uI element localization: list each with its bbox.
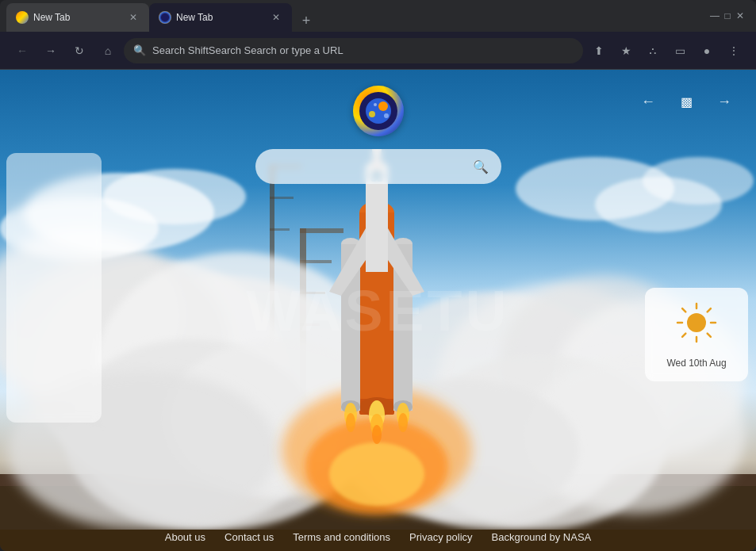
weather-date: Wed 10th Aug — [666, 358, 726, 369]
page-gallery-button[interactable]: ▩ — [670, 86, 702, 117]
svg-point-60 — [398, 413, 408, 432]
toolbar-actions: ⬆ ★ ⛬ ▭ ● ⋮ — [586, 38, 746, 63]
page-navigation: ← ▩ → — [632, 86, 740, 117]
more-icon: ⋮ — [728, 44, 739, 57]
svg-point-66 — [378, 101, 388, 111]
back-button[interactable]: ← — [10, 38, 35, 63]
back-icon: ← — [17, 44, 28, 57]
window-controls: — □ ✕ — [708, 10, 746, 22]
home-icon: ⌂ — [105, 44, 111, 57]
menu-button[interactable]: ⋮ — [721, 38, 746, 63]
footer-about-link[interactable]: About us — [165, 531, 205, 543]
svg-rect-10 — [300, 228, 343, 233]
page-footer: About us Contact us Terms and conditions… — [0, 523, 756, 551]
tab-2-favicon — [159, 11, 171, 24]
maximize-button[interactable]: □ — [721, 10, 734, 22]
puzzle-icon: ⛬ — [647, 44, 658, 57]
close-button[interactable]: ✕ — [734, 10, 746, 22]
search-area: 🔍 — [255, 86, 501, 184]
cast-icon: ▭ — [675, 44, 685, 57]
weather-widget: Wed 10th Aug — [645, 288, 748, 381]
svg-line-77 — [682, 334, 685, 337]
address-bar[interactable]: 🔍 Search ShiftSearch Search or type a UR… — [124, 38, 583, 63]
page-back-icon: ← — [641, 94, 655, 110]
svg-line-75 — [708, 334, 711, 337]
tabs-area: New Tab ✕ New Tab ✕ + — [6, 0, 708, 32]
reload-icon: ↻ — [75, 44, 84, 57]
minimize-button[interactable]: — — [708, 10, 721, 22]
sun-svg — [674, 300, 719, 345]
browser-window: New Tab ✕ New Tab ✕ + — □ ✕ ← → ↻ — [0, 0, 756, 551]
search-magnifier-icon: 🔍 — [473, 159, 489, 174]
svg-point-34 — [103, 169, 246, 224]
svg-rect-49 — [366, 169, 388, 272]
tab-1-title: New Tab — [33, 12, 122, 23]
tab-2-title: New Tab — [176, 12, 265, 23]
svg-point-69 — [374, 103, 377, 106]
title-bar: New Tab ✕ New Tab ✕ + — □ ✕ — [0, 0, 756, 32]
toolbar: ← → ↻ ⌂ 🔍 Search ShiftSearch Search or t… — [0, 32, 756, 70]
footer-terms-link[interactable]: Terms and conditions — [293, 531, 390, 543]
svg-line-74 — [682, 308, 685, 312]
svg-point-31 — [329, 442, 424, 506]
address-text: Search ShiftSearch Search or type a URL — [152, 44, 574, 56]
logo-svg — [359, 92, 397, 130]
tab-1-favicon — [16, 11, 29, 24]
watermark: WASETU — [246, 278, 509, 343]
forward-icon: → — [45, 44, 56, 57]
footer-privacy-link[interactable]: Privacy policy — [409, 531, 472, 543]
tab-2-close-button[interactable]: ✕ — [270, 11, 282, 24]
footer-background-link[interactable]: Background by NASA — [492, 531, 592, 543]
svg-rect-11 — [300, 260, 332, 263]
tab-1[interactable]: New Tab ✕ — [6, 3, 149, 32]
forward-button[interactable]: → — [38, 38, 63, 63]
cast-button[interactable]: ▭ — [667, 38, 693, 63]
logo-icon — [353, 86, 404, 136]
svg-rect-3 — [270, 197, 294, 199]
svg-point-37 — [643, 157, 754, 205]
page-forward-icon: → — [717, 94, 731, 110]
svg-rect-4 — [270, 228, 290, 231]
svg-point-58 — [346, 413, 355, 432]
svg-point-63 — [372, 425, 382, 444]
page-content: WASETU 🔍 — [0, 70, 756, 551]
shortcuts-panel — [6, 153, 102, 423]
bookmark-icon: ★ — [621, 44, 631, 57]
search-icon: 🔍 — [133, 44, 146, 56]
gallery-icon: ▩ — [681, 94, 693, 109]
footer-contact-link[interactable]: Contact us — [224, 531, 274, 543]
tab-1-close-button[interactable]: ✕ — [127, 11, 140, 24]
svg-line-76 — [708, 308, 711, 312]
search-box[interactable]: 🔍 — [255, 149, 501, 184]
bookmark-button[interactable]: ★ — [613, 38, 639, 63]
page-back-button[interactable]: ← — [632, 86, 664, 117]
svg-point-78 — [687, 313, 706, 332]
reload-button[interactable]: ↻ — [67, 38, 92, 63]
svg-point-67 — [369, 111, 375, 117]
profile-button[interactable]: ● — [694, 38, 720, 63]
svg-point-65 — [366, 98, 391, 124]
profile-icon: ● — [704, 44, 710, 57]
tab-2[interactable]: New Tab ✕ — [149, 3, 292, 32]
share-button[interactable]: ⬆ — [586, 38, 612, 63]
svg-point-68 — [384, 113, 389, 118]
home-button[interactable]: ⌂ — [95, 38, 121, 63]
extensions-button[interactable]: ⛬ — [640, 38, 666, 63]
new-tab-button[interactable]: + — [295, 10, 317, 32]
page-forward-button[interactable]: → — [708, 86, 740, 117]
share-icon: ⬆ — [594, 44, 604, 57]
sun-icon — [674, 300, 719, 351]
